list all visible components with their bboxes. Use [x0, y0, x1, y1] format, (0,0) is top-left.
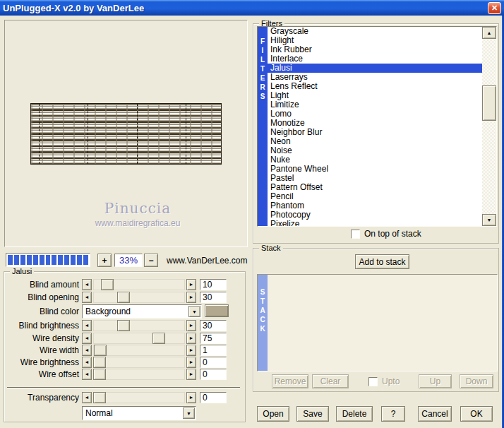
- wire-width-row: Wire width ◄ ► 1: [0, 345, 248, 356]
- wire-brightness-value[interactable]: 0: [200, 357, 227, 368]
- blind-opening-right-arrow[interactable]: ►: [186, 292, 196, 303]
- wire-width-value[interactable]: 1: [200, 345, 227, 356]
- wire-width-thumb[interactable]: [94, 345, 107, 356]
- wire-density-right-arrow[interactable]: ►: [186, 333, 196, 344]
- filter-item-pattern-offset[interactable]: Pattern Offset: [268, 183, 482, 192]
- wire-offset-thumb[interactable]: [93, 369, 106, 380]
- filter-item-interlace[interactable]: Interlace: [268, 54, 482, 64]
- blind-amount-value[interactable]: 10: [200, 279, 227, 290]
- blind-brightness-track[interactable]: [93, 320, 185, 331]
- blind-brightness-thumb[interactable]: [117, 320, 130, 331]
- chevron-down-icon[interactable]: ▼: [188, 306, 200, 317]
- filter-item-noise[interactable]: Noise: [268, 146, 482, 155]
- clear-button[interactable]: Clear: [312, 374, 349, 388]
- blind-amount-right-arrow[interactable]: ►: [186, 279, 196, 290]
- save-button[interactable]: Save: [296, 406, 329, 422]
- wire-width-right-arrow[interactable]: ►: [186, 345, 196, 356]
- jalusi-group-label: Jalusi: [10, 267, 34, 275]
- blind-brightness-left-arrow[interactable]: ◄: [82, 320, 92, 331]
- close-button[interactable]: ✕: [488, 2, 501, 14]
- add-to-stack-button[interactable]: Add to stack: [355, 254, 409, 269]
- filters-scrollbar[interactable]: ▲ ▼: [482, 27, 496, 226]
- wire-density-track[interactable]: [93, 333, 185, 344]
- blind-opening-track[interactable]: [93, 292, 185, 303]
- transparency-thumb[interactable]: [93, 392, 106, 403]
- transparency-track[interactable]: [93, 392, 185, 403]
- stack-list[interactable]: [268, 275, 497, 371]
- wire-offset-row: Wire offset ◄ ► 0: [0, 369, 248, 380]
- wire-density-thumb[interactable]: [152, 333, 165, 344]
- zoom-out-button[interactable]: −: [144, 254, 158, 267]
- open-button[interactable]: Open: [257, 406, 289, 422]
- zoom-level: 33%: [114, 254, 143, 267]
- blind-opening-thumb[interactable]: [117, 292, 130, 303]
- remove-button[interactable]: Remove: [272, 374, 308, 388]
- filter-item-light[interactable]: Light: [268, 91, 482, 100]
- blind-opening-left-arrow[interactable]: ◄: [82, 292, 92, 303]
- blind-color-dropdown[interactable]: Background ▼: [82, 304, 202, 319]
- wire-width-label: Wire width: [3, 345, 79, 356]
- ok-button[interactable]: OK: [460, 406, 493, 422]
- filters-listframe: F I L T E R S GrayscaleHilightInk Rubber…: [257, 26, 497, 227]
- blend-mode-dropdown[interactable]: Normal ▼: [82, 406, 196, 420]
- wire-brightness-track[interactable]: [93, 357, 185, 368]
- blind-color-swatch[interactable]: [205, 304, 229, 317]
- blind-brightness-right-arrow[interactable]: ►: [186, 320, 196, 331]
- progress-segment: [27, 255, 32, 265]
- blind-brightness-row: Blind brightness ◄ ► 30: [0, 320, 248, 331]
- transparency-left-arrow[interactable]: ◄: [82, 392, 92, 403]
- wire-brightness-left-arrow[interactable]: ◄: [82, 357, 92, 368]
- up-button[interactable]: Up: [419, 374, 452, 388]
- filters-side-bar: F I L T E R S: [258, 27, 268, 226]
- preview-panel[interactable]: Pinuccia www.maidiregrafica.eu: [4, 20, 248, 247]
- wire-density-row: Wire density ◄ ► 75: [0, 333, 248, 344]
- filters-scrollbar-thumb[interactable]: [482, 85, 496, 121]
- cancel-button[interactable]: Cancel: [418, 406, 452, 422]
- wire-offset-left-arrow[interactable]: ◄: [82, 369, 92, 380]
- progress-segment: [52, 255, 56, 265]
- blind-opening-value[interactable]: 30: [200, 292, 227, 303]
- blind-amount-track[interactable]: [93, 279, 185, 290]
- wire-brightness-thumb[interactable]: [93, 357, 106, 368]
- wire-density-left-arrow[interactable]: ◄: [82, 333, 92, 344]
- blind-amount-row: Blind amount ◄ ► 10: [0, 279, 248, 290]
- wire-density-value[interactable]: 75: [200, 333, 227, 344]
- delete-button[interactable]: Delete: [336, 406, 373, 422]
- watermark-title: Pinuccia: [67, 200, 208, 217]
- wire-brightness-right-arrow[interactable]: ►: [186, 357, 196, 368]
- filter-item-limitize[interactable]: Limitize: [268, 100, 482, 109]
- progress-segment: [71, 255, 76, 265]
- blind-brightness-value[interactable]: 30: [200, 320, 227, 331]
- help-button[interactable]: ?: [381, 406, 405, 422]
- scroll-up-icon[interactable]: ▲: [482, 27, 496, 39]
- wire-offset-track[interactable]: [93, 369, 185, 380]
- filter-item-pixelize[interactable]: Pixelize: [268, 220, 482, 226]
- blind-color-row: Blind color Background ▼: [0, 304, 248, 319]
- down-button[interactable]: Down: [460, 374, 493, 388]
- transparency-right-arrow[interactable]: ►: [186, 392, 196, 403]
- blind-amount-thumb[interactable]: [101, 279, 114, 290]
- filter-item-neighbor-blur[interactable]: Neighbor Blur: [268, 128, 482, 137]
- progress-segment: [40, 255, 44, 265]
- window-title: UnPlugged-X v2.0 by VanDerLee: [3, 3, 488, 13]
- blind-amount-left-arrow[interactable]: ◄: [82, 279, 92, 290]
- on-top-of-stack-row: On top of stack: [351, 229, 421, 239]
- wire-offset-right-arrow[interactable]: ►: [186, 369, 196, 380]
- wire-width-track[interactable]: [93, 345, 185, 356]
- wire-offset-value[interactable]: 0: [200, 369, 227, 380]
- stack-listframe: S T A C K: [257, 274, 498, 371]
- filter-item-lens-reflect[interactable]: Lens Reflect: [268, 82, 482, 91]
- filter-item-photocopy[interactable]: Photocopy: [268, 210, 482, 220]
- filter-item-grayscale[interactable]: Grayscale: [268, 27, 482, 36]
- transparency-value[interactable]: 0: [200, 392, 227, 403]
- scroll-down-icon[interactable]: ▼: [482, 214, 496, 226]
- zoom-in-button[interactable]: +: [97, 254, 112, 267]
- upto-checkbox[interactable]: [368, 377, 378, 386]
- wire-width-left-arrow[interactable]: ◄: [82, 345, 92, 356]
- on-top-of-stack-checkbox[interactable]: [351, 230, 360, 239]
- chevron-down-icon[interactable]: ▼: [183, 408, 195, 419]
- filters-list[interactable]: GrayscaleHilightInk RubberInterlaceJalus…: [268, 27, 482, 226]
- blind-color-label: Blind color: [3, 304, 79, 319]
- filter-item-neon[interactable]: Neon: [268, 137, 482, 146]
- filter-item-pantone-wheel[interactable]: Pantone Wheel: [268, 165, 482, 174]
